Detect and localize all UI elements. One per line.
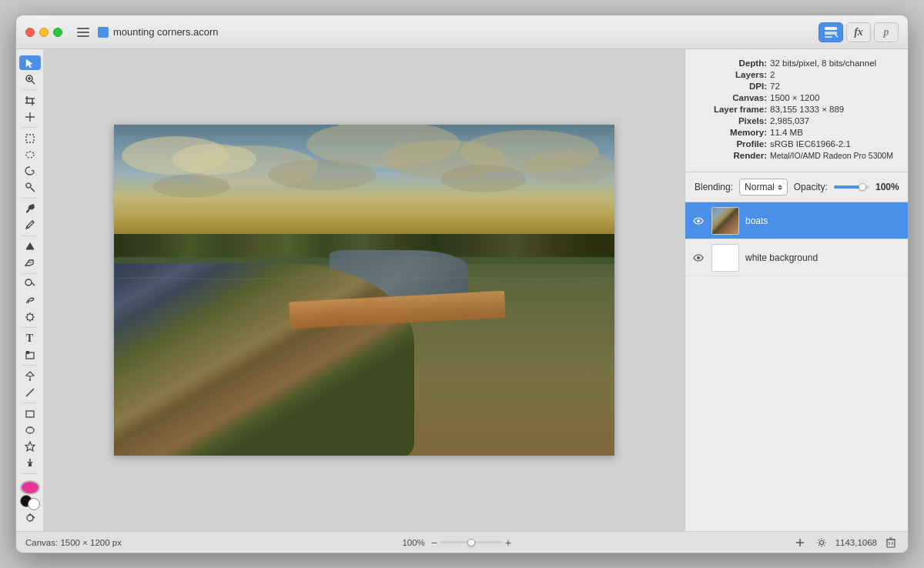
layers-panel-button[interactable] bbox=[819, 22, 843, 42]
right-panel: Depth: 32 bits/pixel, 8 bits/channel Lay… bbox=[685, 49, 908, 531]
sidebar-toggle-button[interactable] bbox=[75, 24, 92, 41]
svg-point-20 bbox=[26, 183, 31, 188]
render-row: Render: Metal/IO/AMD Radeon Pro 5300M bbox=[698, 151, 896, 160]
dodge-tool-button[interactable] bbox=[19, 309, 41, 324]
close-button[interactable] bbox=[25, 28, 35, 37]
tool-separator-9 bbox=[22, 473, 38, 474]
fx-panel-button[interactable]: fx bbox=[846, 22, 871, 42]
layer-thumb-white-content bbox=[712, 245, 738, 271]
zoom-out-button[interactable]: − bbox=[431, 536, 437, 549]
text-tool-button[interactable]: T bbox=[19, 331, 41, 346]
lasso-button[interactable] bbox=[19, 164, 41, 179]
zoom-track[interactable] bbox=[440, 541, 502, 543]
app-window: mounting corners.acorn fx p bbox=[15, 15, 909, 553]
star-shape-button[interactable] bbox=[19, 439, 41, 453]
layers-row: Layers: 2 bbox=[698, 70, 896, 79]
arrow-up-icon bbox=[778, 185, 782, 187]
rect-select-button[interactable] bbox=[19, 131, 41, 145]
layers-value: 2 bbox=[770, 70, 896, 79]
blending-label: Blending: bbox=[695, 182, 733, 192]
pixels-row: Pixels: 2,985,037 bbox=[698, 116, 896, 125]
smudge-icon bbox=[25, 295, 35, 306]
eraser-tool-button[interactable] bbox=[19, 256, 41, 270]
fill-tool-button[interactable] bbox=[19, 239, 41, 254]
magic-wand-button[interactable] bbox=[19, 180, 41, 195]
layer-item-boats[interactable]: boats bbox=[685, 202, 908, 239]
svg-point-63 bbox=[152, 175, 229, 198]
pen-tool-button[interactable] bbox=[19, 369, 41, 383]
crop-tool-button[interactable] bbox=[19, 93, 41, 108]
svg-rect-4 bbox=[825, 32, 837, 35]
layer-visibility-background[interactable] bbox=[691, 251, 705, 265]
window-title: mounting corners.acorn bbox=[113, 26, 219, 38]
svg-rect-0 bbox=[77, 28, 89, 29]
layer-settings-button[interactable] bbox=[814, 535, 829, 550]
foreground-color-swatch[interactable] bbox=[20, 480, 40, 495]
layer-item-background[interactable]: white background bbox=[685, 239, 908, 276]
shape-tool-button[interactable] bbox=[19, 347, 41, 362]
svg-rect-17 bbox=[26, 135, 34, 142]
add-layer-button[interactable] bbox=[792, 535, 808, 550]
pixels-value: 2,985,037 bbox=[770, 116, 896, 125]
canvas-container bbox=[114, 125, 614, 456]
delete-layer-button[interactable] bbox=[883, 535, 899, 550]
canvas-area[interactable] bbox=[44, 49, 685, 531]
shape-icon bbox=[25, 349, 35, 360]
arrow-shape-button[interactable] bbox=[19, 456, 41, 470]
select-tool-button[interactable] bbox=[19, 55, 41, 70]
ellipse-select-button[interactable] bbox=[19, 147, 41, 162]
sidebar-icon bbox=[77, 28, 89, 37]
canvas-label: Canvas: bbox=[698, 93, 767, 102]
eyedropper-tool-button[interactable] bbox=[19, 510, 41, 525]
svg-line-26 bbox=[32, 221, 34, 222]
brush-tool-button[interactable] bbox=[19, 202, 41, 216]
statusbar: Canvas: 1500 × 1200 px 100% − + bbox=[16, 531, 908, 553]
svg-rect-5 bbox=[825, 36, 832, 38]
line-tool-button[interactable] bbox=[19, 385, 41, 399]
info-panel: Depth: 32 bits/pixel, 8 bits/channel Lay… bbox=[685, 49, 908, 172]
canvas-info-text: Canvas: 1500 × 1200 px bbox=[25, 538, 122, 547]
opacity-slider[interactable] bbox=[834, 185, 869, 189]
ripple-svg bbox=[114, 275, 614, 282]
svg-point-29 bbox=[25, 279, 32, 286]
transform-tool-button[interactable] bbox=[19, 109, 41, 124]
text-icon: T bbox=[26, 332, 33, 345]
tool-separator-6 bbox=[22, 327, 38, 328]
cloud-layer bbox=[114, 125, 614, 244]
star-shape-icon bbox=[25, 441, 35, 452]
smudge-tool-button[interactable] bbox=[19, 293, 41, 308]
zoom-slider-area: − + bbox=[431, 536, 511, 549]
layer-frame-row: Layer frame: 83,155 1333 × 889 bbox=[698, 105, 896, 114]
rect-shape-button[interactable] bbox=[19, 406, 41, 421]
layer-name-boats: boats bbox=[745, 216, 902, 226]
zoom-icon bbox=[25, 74, 35, 85]
eye-icon bbox=[693, 217, 704, 225]
dpi-label: DPI: bbox=[698, 82, 767, 91]
zoom-in-button[interactable]: + bbox=[505, 536, 511, 549]
render-value: Metal/IO/AMD Radeon Pro 5300M bbox=[770, 151, 896, 160]
svg-rect-2 bbox=[77, 35, 89, 37]
svg-point-48 bbox=[26, 427, 34, 433]
script-panel-button[interactable]: p bbox=[874, 22, 899, 42]
swap-colors-button[interactable] bbox=[28, 498, 40, 510]
layer-visibility-boats[interactable] bbox=[691, 214, 705, 228]
dpi-value: 72 bbox=[770, 82, 896, 91]
pencil-tool-button[interactable] bbox=[19, 218, 41, 232]
blending-mode-select[interactable]: Normal bbox=[739, 179, 788, 195]
clone-tool-button[interactable] bbox=[19, 277, 41, 292]
zoom-tool-button[interactable] bbox=[19, 72, 41, 86]
fx-label: fx bbox=[854, 26, 863, 38]
minimize-button[interactable] bbox=[39, 28, 49, 37]
clone-icon bbox=[25, 279, 35, 289]
oval-shape-button[interactable] bbox=[19, 423, 41, 437]
svg-marker-6 bbox=[26, 59, 32, 68]
main-content: T bbox=[16, 49, 908, 531]
memory-value: 11.4 MB bbox=[770, 128, 896, 137]
svg-point-65 bbox=[697, 256, 700, 259]
svg-line-38 bbox=[27, 314, 28, 315]
tool-separator-1 bbox=[22, 89, 38, 90]
maximize-button[interactable] bbox=[53, 28, 62, 37]
clouds-svg bbox=[114, 125, 614, 244]
eraser-icon bbox=[25, 257, 35, 268]
layers-label: Layers: bbox=[698, 70, 767, 79]
